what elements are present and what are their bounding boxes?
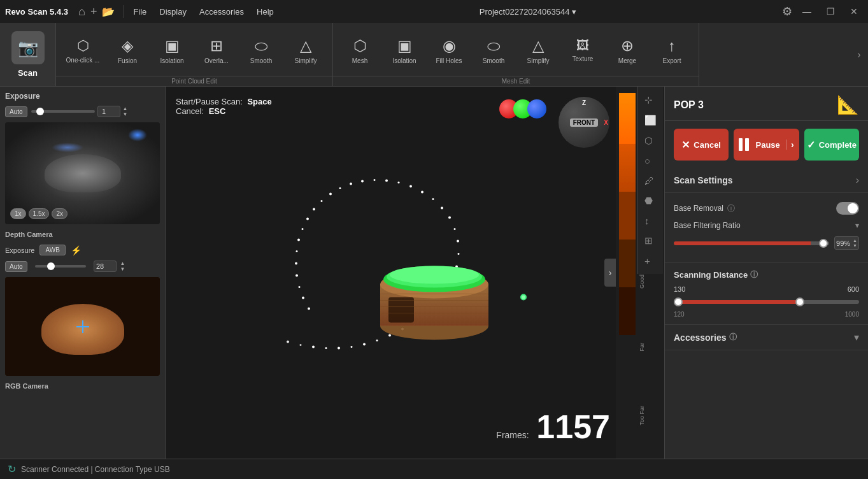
base-removal-info-icon[interactable]: ⓘ xyxy=(727,203,735,214)
base-removal-section: Base Removal ⓘ Base Filtering Ratio ▾ 99… xyxy=(665,193,868,263)
auto-exposure-btn[interactable]: Auto xyxy=(5,106,27,117)
smooth-m-btn[interactable]: ⬭ Smooth xyxy=(472,28,515,74)
zoom-in-icon[interactable]: + xyxy=(641,253,660,269)
base-filtering-value: 99% ▲ ▼ xyxy=(834,236,859,250)
svg-point-0 xyxy=(287,341,289,343)
cancel-scan-btn[interactable]: ✕ Cancel xyxy=(674,129,729,161)
distance-fill xyxy=(676,300,800,304)
accessories-info-icon[interactable]: ⓘ xyxy=(729,332,737,343)
restore-icon[interactable]: ❐ xyxy=(822,6,840,17)
menu-accessories[interactable]: Accessories xyxy=(199,7,244,17)
settings-icon[interactable]: ⚙ xyxy=(782,4,792,18)
frames-display: Frames: 1157 xyxy=(496,408,610,446)
lasso-icon[interactable]: ○ xyxy=(641,153,660,169)
3d-viewport[interactable]: Z X FRONT xyxy=(166,87,664,459)
merge-btn[interactable]: ⊕ Merge xyxy=(606,28,649,74)
awb-btn[interactable]: AWB xyxy=(39,245,65,255)
flash-icon[interactable]: ⚡ xyxy=(71,245,82,255)
distance-min-handle[interactable] xyxy=(674,297,683,306)
exposure-down[interactable]: ▼ xyxy=(123,112,128,117)
grid-icon[interactable]: ⊞ xyxy=(641,232,660,249)
zoom-2x-btn[interactable]: 2x xyxy=(52,208,68,219)
project-name[interactable]: Project02272024063544 ▾ xyxy=(480,7,576,17)
rgb-exp-up[interactable]: ▲ xyxy=(120,261,125,266)
rgb-exposure-row: Auto 28 ▲ ▼ xyxy=(5,261,160,272)
pause-scan-btn[interactable]: Pause › xyxy=(734,129,799,161)
paint-icon[interactable]: ⬣ xyxy=(641,192,660,209)
exposure-up[interactable]: ▲ xyxy=(123,106,128,111)
base-filtering-section: Base Filtering Ratio ▾ 99% ▲ ▼ xyxy=(674,217,859,256)
measure-icon[interactable]: ↕ xyxy=(641,213,660,229)
scanning-dist-info[interactable]: ⓘ xyxy=(750,269,758,280)
base-filtering-slider[interactable] xyxy=(674,241,829,245)
svg-point-7 xyxy=(376,340,378,341)
rgb-exp-down[interactable]: ▼ xyxy=(120,267,125,272)
orientation-widget[interactable]: Z X FRONT xyxy=(559,97,609,148)
home-icon[interactable]: ⌂ xyxy=(78,5,85,18)
accessories-header[interactable]: Accessories ⓘ ▾ xyxy=(665,325,868,350)
depth-camera-view: 1x 1.5x 2x xyxy=(5,122,160,224)
new-project-icon[interactable]: + xyxy=(90,5,97,18)
menu-file[interactable]: File xyxy=(133,7,146,17)
menu-help[interactable]: Help xyxy=(257,7,274,17)
smooth-pc-btn[interactable]: ⬭ Smooth xyxy=(239,28,283,74)
minimize-icon[interactable]: — xyxy=(797,6,816,17)
exposure-slider[interactable] xyxy=(31,110,95,113)
svg-point-8 xyxy=(388,334,391,337)
svg-point-4 xyxy=(338,347,340,350)
right-collapse-btn[interactable]: › xyxy=(604,259,616,287)
base-filtering-slider-row: 99% ▲ ▼ xyxy=(674,234,859,252)
svg-point-31 xyxy=(320,200,322,202)
far-label: Far xyxy=(639,343,664,352)
rgb-exposure-value[interactable]: 28 xyxy=(94,261,117,272)
svg-point-27 xyxy=(361,180,364,183)
polygon-icon[interactable]: ⬡ xyxy=(641,132,660,149)
distance-max-handle[interactable] xyxy=(795,297,804,306)
mesh-edit-label: Mesh Edit xyxy=(333,76,699,86)
zoom-1x-btn[interactable]: 1x xyxy=(10,208,26,219)
front-face[interactable]: FRONT xyxy=(570,118,598,127)
brush-icon[interactable]: 🖊 xyxy=(641,173,660,189)
exposure-value[interactable]: 1 xyxy=(97,106,120,117)
fusion-btn[interactable]: ◈ Fusion xyxy=(106,28,149,74)
filter-val-up[interactable]: ▲ xyxy=(853,238,857,243)
device-header: POP 3 📐 xyxy=(665,87,868,121)
zoom-15x-btn[interactable]: 1.5x xyxy=(29,208,50,219)
rgb-exposure-slider[interactable] xyxy=(35,265,86,268)
main-content: Exposure Auto 1 ▲ ▼ 1x 1.5 xyxy=(0,87,868,459)
open-icon[interactable]: 📂 xyxy=(102,6,115,18)
scan-settings-header[interactable]: Scan Settings › xyxy=(665,168,868,193)
fill-holes-btn[interactable]: ◉ Fill Holes xyxy=(427,28,471,74)
device-icon: 📐 xyxy=(837,94,859,115)
rgb-auto-btn[interactable]: Auto xyxy=(5,261,27,272)
scan-button[interactable]: 📷 Scan xyxy=(0,23,56,86)
svg-point-1 xyxy=(299,344,301,346)
simplify-pc-btn[interactable]: △ Simplify xyxy=(284,28,327,74)
one-click-btn[interactable]: ⬡ One-click ... xyxy=(61,28,104,74)
distance-abs-min: 120 xyxy=(674,311,685,318)
base-removal-toggle[interactable] xyxy=(836,202,859,215)
svg-point-26 xyxy=(373,179,375,181)
mesh-btn[interactable]: ⬡ Mesh xyxy=(338,28,381,74)
overlay-btn[interactable]: ⊞ Overla... xyxy=(195,28,238,74)
texture-btn[interactable]: 🖼 Texture xyxy=(561,28,604,74)
cursor-icon[interactable]: ⊹ xyxy=(641,92,660,108)
good-bar xyxy=(619,192,636,240)
menu-display[interactable]: Display xyxy=(159,7,187,17)
export-btn[interactable]: ↑ Export xyxy=(650,28,694,74)
scan-instructions: Start/Pause Scan: Space Cancel: ESC xyxy=(176,97,272,116)
base-filtering-chevron[interactable]: ▾ xyxy=(855,221,859,230)
rgb-camera-label: RGB Camera xyxy=(5,381,160,391)
svg-point-30 xyxy=(329,193,332,196)
complete-scan-btn[interactable]: ✓ Complete xyxy=(804,129,859,161)
isolation-m-btn[interactable]: ▣ Isolation xyxy=(383,28,426,74)
depth-camera-label: Depth Camera xyxy=(5,229,160,240)
rectangle-icon[interactable]: ⬜ xyxy=(641,112,660,129)
close-icon[interactable]: ✕ xyxy=(845,6,863,17)
isolation-pc-btn[interactable]: ▣ Isolation xyxy=(150,28,194,74)
simplify-m-btn[interactable]: △ Simplify xyxy=(516,28,560,74)
toolbar-expand-btn[interactable]: › xyxy=(850,23,868,86)
blue-ball xyxy=(527,99,546,118)
pause-chevron-icon[interactable]: › xyxy=(786,139,794,150)
filter-val-down[interactable]: ▼ xyxy=(853,243,857,248)
